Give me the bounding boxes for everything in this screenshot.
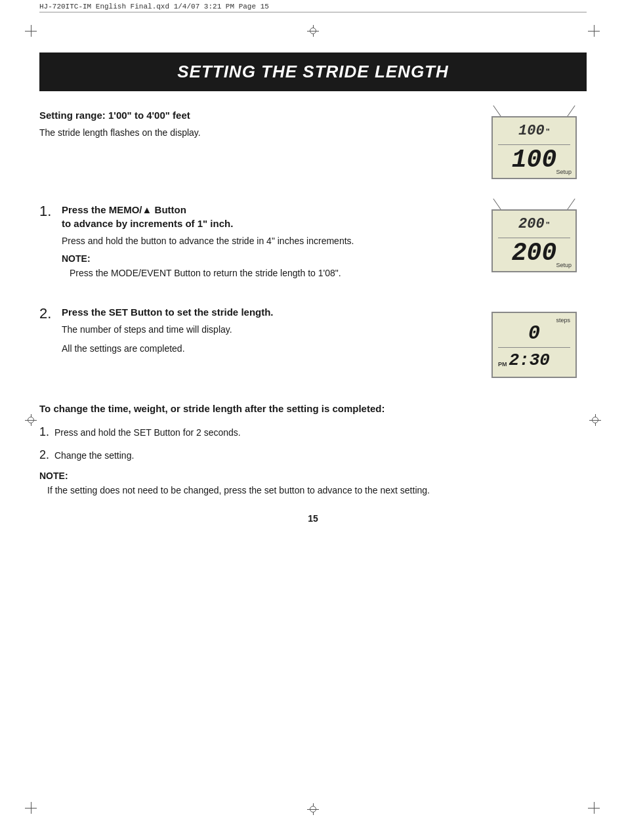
lcd-steps-value: 0 (528, 322, 540, 345)
step2-text-column: 2. Press the SET Button to set the strid… (39, 305, 469, 388)
lcd-display-3: steps 0 PM 2:30 (491, 312, 577, 378)
lcd-bottom-value-2: 200 (512, 241, 556, 266)
lcd-time-row: PM 2:30 (498, 350, 570, 370)
step-2-title: Press the SET Button to set the stride l… (62, 305, 469, 319)
step2-diagram-column: steps 0 PM 2:30 (482, 305, 587, 388)
change-note-label: NOTE: (39, 471, 587, 481)
lcd-divider-1 (498, 144, 570, 145)
step-1-note-text: Press the MODE/EVENT Button to return th… (62, 266, 469, 280)
title-banner: SETTING THE STRIDE LENGTH (39, 52, 587, 91)
step1-diagram-column: 200 " 200 Setup (482, 203, 587, 292)
doc-filename: HJ-720ITC-IM English Final.qxd 1/4/07 3:… (39, 3, 269, 10)
lcd-display-1-wrapper: 100 " 100 Setup (491, 116, 577, 179)
intro-text-column: Setting range: 1'00" to 4'00" feet The s… (39, 110, 469, 190)
lcd-display-1: 100 " 100 Setup (491, 116, 577, 179)
change-note-text: If the setting does not need to be chang… (39, 484, 587, 497)
setting-range-label: Setting range: 1'00" to 4'00" feet (39, 110, 469, 121)
change-step-1-number: 1. (39, 425, 49, 438)
page-number: 15 (39, 513, 587, 524)
step-2-desc2: All the settings are completed. (62, 342, 469, 356)
step-1-content: Press the MEMO/▲ Buttonto advance by inc… (62, 203, 469, 280)
page-title: SETTING THE STRIDE LENGTH (52, 62, 574, 82)
change-step-2-number: 2. (39, 448, 49, 461)
doc-header: HJ-720ITC-IM English Final.qxd 1/4/07 3:… (39, 3, 587, 12)
lcd-top-inches-1: " (546, 127, 550, 136)
lcd-divider-2 (498, 238, 570, 238)
change-section: To change the time, weight, or stride le… (39, 402, 587, 497)
change-step-2-text: Change the setting. (54, 450, 134, 461)
lcd-top-value-2: 200 (518, 216, 545, 232)
change-step-1: 1. Press and hold the SET Button for 2 s… (39, 423, 587, 441)
change-section-title: To change the time, weight, or stride le… (39, 402, 587, 415)
step-2-number: 2. (39, 305, 54, 361)
step-1-note-label: NOTE: (62, 253, 469, 264)
lcd-top-value-1: 100 (518, 123, 545, 139)
step1-text-column: 1. Press the MEMO/▲ Buttonto advance by … (39, 203, 469, 292)
step-1: 1. Press the MEMO/▲ Buttonto advance by … (39, 203, 469, 280)
step-1-number: 1. (39, 203, 54, 280)
intro-diagram-column: 100 " 100 Setup (482, 110, 587, 190)
step-2-content: Press the SET Button to set the stride l… (62, 305, 469, 361)
lcd-divider-3 (498, 347, 570, 348)
setting-range-desc: The stride length flashes on the display… (39, 126, 469, 140)
lcd-setup-label-1: Setup (556, 169, 572, 175)
step1-section: 1. Press the MEMO/▲ Buttonto advance by … (39, 203, 587, 292)
step2-section: 2. Press the SET Button to set the strid… (39, 305, 587, 388)
intro-section: Setting range: 1'00" to 4'00" feet The s… (39, 110, 587, 190)
lcd-display-2: 200 " 200 Setup (491, 209, 577, 272)
lcd-setup-label-2: Setup (556, 262, 572, 268)
lcd-bottom-value-1: 100 (512, 148, 556, 173)
lcd-display-3-wrapper: steps 0 PM 2:30 (491, 312, 577, 378)
lcd-pm-label: PM (498, 361, 507, 370)
lcd-steps-row: 0 (498, 322, 570, 345)
lcd-top-row-2: 200 " (498, 216, 570, 232)
step-1-desc: Press and hold the button to advance the… (62, 234, 469, 248)
step-1-title: Press the MEMO/▲ Buttonto advance by inc… (62, 203, 469, 230)
lcd-time-value: 2:30 (509, 350, 550, 370)
lcd-display-2-wrapper: 200 " 200 Setup (491, 209, 577, 272)
lcd-top-row-1: 100 " (498, 123, 570, 139)
step-2-desc1: The number of steps and time will displa… (62, 323, 469, 337)
lcd-top-inches-2: " (546, 220, 550, 230)
change-step-1-text: Press and hold the SET Button for 2 seco… (54, 427, 241, 438)
step-2: 2. Press the SET Button to set the strid… (39, 305, 469, 361)
change-step-2: 2. Change the setting. (39, 446, 587, 464)
